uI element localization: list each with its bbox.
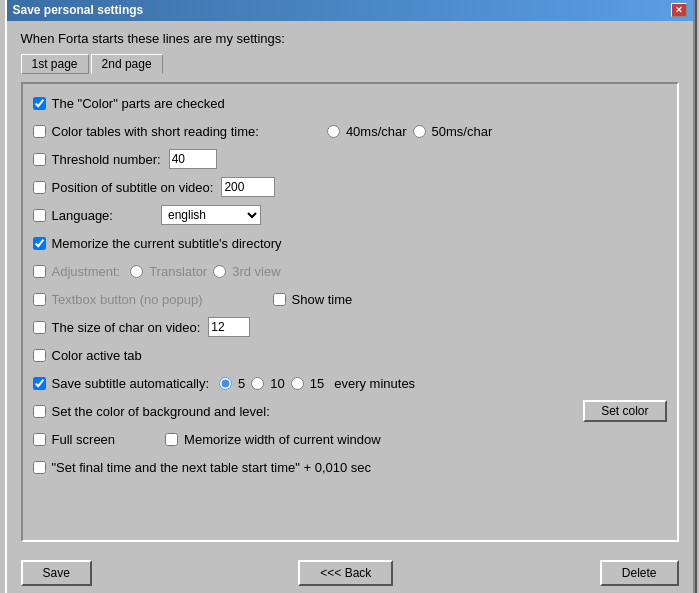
text-language: Language: [52,208,113,223]
label-memorize-dir[interactable]: Memorize the current subtitle's director… [33,236,282,251]
text-show-time: Show time [292,292,353,307]
label-position[interactable]: Position of subtitle on video: [33,180,214,195]
header-label: When Forta starts these lines are my set… [21,31,679,46]
row-save-subtitle: Save subtitle automatically: 5 10 15 eve… [33,372,667,394]
close-button[interactable]: ✕ [671,3,687,17]
input-position[interactable] [221,177,275,197]
window-title: Save personal settings [13,3,144,17]
label-threshold[interactable]: Threshold number: [33,152,161,167]
options-area: The "Color" parts are checked Color tabl… [21,82,679,542]
checkbox-full-screen[interactable] [33,433,46,446]
checkbox-adjustment[interactable] [33,265,46,278]
set-color-button[interactable]: Set color [583,400,666,422]
label-textbox[interactable]: Textbox button (no popup) [33,292,203,307]
checkbox-char-size[interactable] [33,321,46,334]
label-set-color-bg[interactable]: Set the color of background and level: [33,404,576,419]
radio-translator[interactable] [130,265,143,278]
text-textbox: Textbox button (no popup) [52,292,203,307]
row-set-final-time: "Set final time and the next table start… [33,456,667,478]
checkbox-memorize-dir[interactable] [33,237,46,250]
label-set-final-time[interactable]: "Set final time and the next table start… [33,460,372,475]
label-show-time[interactable]: Show time [273,292,353,307]
row-char-size: The size of char on video: [33,316,667,338]
label-full-screen[interactable]: Full screen [33,432,116,447]
row-textbox-showtime: Textbox button (no popup) Show time [33,288,667,310]
label-adjustment[interactable]: Adjustment: [33,264,121,279]
label-color-parts[interactable]: The "Color" parts are checked [33,96,225,111]
checkbox-color-tables[interactable] [33,125,46,138]
row-adjustment: Adjustment: Translator 3rd view [33,260,667,282]
text-interval-15: 15 [310,376,324,391]
tab-1st-page[interactable]: 1st page [21,54,89,74]
row-color-parts: The "Color" parts are checked [33,92,667,114]
checkbox-memorize-width[interactable] [165,433,178,446]
label-interval-15[interactable]: 15 [291,376,324,391]
select-language[interactable]: english german french [161,205,261,225]
save-button[interactable]: Save [21,560,92,586]
checkbox-set-color-bg[interactable] [33,405,46,418]
label-40ms[interactable]: 40ms/char [327,124,407,139]
text-50ms: 50ms/char [432,124,493,139]
title-bar-buttons: ✕ [671,3,687,17]
input-threshold[interactable] [169,149,217,169]
checkbox-threshold[interactable] [33,153,46,166]
checkbox-position[interactable] [33,181,46,194]
checkbox-color-active-tab[interactable] [33,349,46,362]
text-save-subtitle: Save subtitle automatically: [52,376,210,391]
text-char-size: The size of char on video: [52,320,201,335]
text-set-final-time: "Set final time and the next table start… [52,460,372,475]
row-position: Position of subtitle on video: [33,176,667,198]
text-translator: Translator [149,264,207,279]
text-set-color-bg: Set the color of background and level: [52,404,270,419]
row-color-active-tab: Color active tab [33,344,667,366]
label-save-subtitle[interactable]: Save subtitle automatically: [33,376,210,391]
radio-3rdview[interactable] [213,265,226,278]
checkbox-color-parts[interactable] [33,97,46,110]
label-color-tables[interactable]: Color tables with short reading time: [33,124,259,139]
row-memorize-dir: Memorize the current subtitle's director… [33,232,667,254]
text-color-active-tab: Color active tab [52,348,142,363]
label-interval-5[interactable]: 5 [219,376,245,391]
text-memorize-dir: Memorize the current subtitle's director… [52,236,282,251]
text-every-minutes: every minutes [334,376,415,391]
label-50ms[interactable]: 50ms/char [413,124,493,139]
label-color-active-tab[interactable]: Color active tab [33,348,142,363]
footer: Save <<< Back Delete [7,552,693,593]
checkbox-show-time[interactable] [273,293,286,306]
tab-2nd-page[interactable]: 2nd page [91,54,163,74]
input-char-size[interactable] [208,317,250,337]
label-3rdview[interactable]: 3rd view [213,264,280,279]
text-memorize-width: Memorize width of current window [184,432,381,447]
row-fullscreen-memorize: Full screen Memorize width of current wi… [33,428,667,450]
text-interval-5: 5 [238,376,245,391]
radio-50ms[interactable] [413,125,426,138]
label-translator[interactable]: Translator [130,264,207,279]
window-content: When Forta starts these lines are my set… [7,21,693,552]
radio-interval-5[interactable] [219,377,232,390]
text-color-parts: The "Color" parts are checked [52,96,225,111]
row-threshold: Threshold number: [33,148,667,170]
checkbox-save-subtitle[interactable] [33,377,46,390]
back-button[interactable]: <<< Back [298,560,393,586]
row-color-tables: Color tables with short reading time: 40… [33,120,667,142]
checkbox-language[interactable] [33,209,46,222]
main-window: Save personal settings ✕ When Forta star… [5,0,695,593]
checkbox-set-final-time[interactable] [33,461,46,474]
tabs-bar: 1st page 2nd page [21,54,679,74]
label-language[interactable]: Language: [33,208,113,223]
row-set-color-bg: Set the color of background and level: S… [33,400,667,422]
text-interval-10: 10 [270,376,284,391]
radio-interval-15[interactable] [291,377,304,390]
delete-button[interactable]: Delete [600,560,679,586]
row-language: Language: english german french [33,204,667,226]
text-threshold: Threshold number: [52,152,161,167]
label-char-size[interactable]: The size of char on video: [33,320,201,335]
title-bar: Save personal settings ✕ [7,0,693,21]
label-interval-10[interactable]: 10 [251,376,284,391]
checkbox-textbox[interactable] [33,293,46,306]
radio-interval-10[interactable] [251,377,264,390]
label-memorize-width[interactable]: Memorize width of current window [165,432,381,447]
text-40ms: 40ms/char [346,124,407,139]
radio-40ms[interactable] [327,125,340,138]
text-adjustment: Adjustment: [52,264,121,279]
